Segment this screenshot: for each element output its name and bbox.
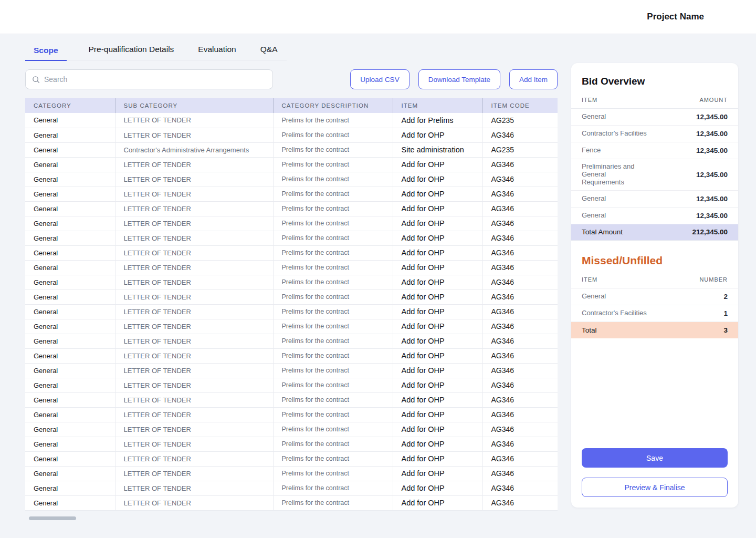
table-row[interactable]: General LETTER OF TENDER Prelims for the… bbox=[25, 304, 558, 319]
table-row[interactable]: General LETTER OF TENDER Prelims for the… bbox=[25, 157, 558, 172]
tab-scope[interactable]: Scope bbox=[25, 44, 67, 61]
bid-overview-row-item: General bbox=[582, 113, 606, 121]
save-button[interactable]: Save bbox=[582, 448, 728, 468]
cell-sub-category: LETTER OF TENDER bbox=[115, 275, 273, 289]
missed-total-number: 3 bbox=[723, 326, 728, 334]
cell-item: Add for OHP bbox=[393, 392, 482, 407]
cell-sub-category: LETTER OF TENDER bbox=[115, 245, 273, 260]
cell-item-code: AG346 bbox=[482, 304, 558, 319]
table-row[interactable]: General LETTER OF TENDER Prelims for the… bbox=[25, 201, 558, 216]
cell-item-code: AG346 bbox=[482, 172, 558, 187]
column-header-category: CATEGORY bbox=[25, 98, 115, 113]
cell-item: Add for OHP bbox=[393, 201, 482, 216]
cell-sub-category: LETTER OF TENDER bbox=[115, 128, 273, 142]
cell-item: Add for OHP bbox=[393, 363, 482, 378]
missed-col-number: NUMBER bbox=[699, 276, 728, 283]
tab-evaluation[interactable]: Evaluation bbox=[196, 43, 238, 60]
cell-sub-category: LETTER OF TENDER bbox=[115, 334, 273, 348]
preview-finalise-button[interactable]: Preview & Finalise bbox=[582, 478, 728, 497]
cell-item: Add for OHP bbox=[393, 334, 482, 348]
cell-sub-category: LETTER OF TENDER bbox=[115, 422, 273, 437]
cell-category: General bbox=[25, 422, 115, 437]
cell-category-description: Prelims for the contract bbox=[273, 187, 393, 201]
cell-item: Add for OHP bbox=[393, 128, 482, 142]
cell-category: General bbox=[25, 289, 115, 304]
table-row[interactable]: General LETTER OF TENDER Prelims for the… bbox=[25, 495, 558, 510]
cell-category: General bbox=[25, 304, 115, 319]
table-row[interactable]: General LETTER OF TENDER Prelims for the… bbox=[25, 275, 558, 289]
table-row[interactable]: General LETTER OF TENDER Prelims for the… bbox=[25, 128, 558, 142]
table-row[interactable]: General LETTER OF TENDER Prelims for the… bbox=[25, 348, 558, 363]
cell-item-code: AG346 bbox=[482, 392, 558, 407]
column-header-item: ITEM bbox=[393, 98, 482, 113]
missed-row-item: General bbox=[582, 293, 606, 301]
cell-category: General bbox=[25, 187, 115, 201]
table-row[interactable]: General Contractor's Administrative Arra… bbox=[25, 142, 558, 157]
cell-item: Add for OHP bbox=[393, 289, 482, 304]
table-row[interactable]: General LETTER OF TENDER Prelims for the… bbox=[25, 481, 558, 495]
search-input[interactable] bbox=[44, 75, 266, 84]
cell-category-description: Prelims for the contract bbox=[273, 407, 393, 422]
cell-category-description: Prelims for the contract bbox=[273, 289, 393, 304]
table-row[interactable]: General LETTER OF TENDER Prelims for the… bbox=[25, 289, 558, 304]
bid-overview-col-amount: AMOUNT bbox=[699, 97, 728, 103]
cell-category-description: Prelims for the contract bbox=[273, 260, 393, 275]
cell-item-code: AG235 bbox=[482, 142, 558, 157]
horizontal-scrollbar-thumb[interactable] bbox=[29, 516, 76, 520]
download-template-button[interactable]: Download Template bbox=[418, 69, 500, 89]
cell-category-description: Prelims for the contract bbox=[273, 231, 393, 245]
column-header-sub-category: SUB CATEGORY bbox=[115, 98, 273, 113]
table-row[interactable]: General LETTER OF TENDER Prelims for the… bbox=[25, 422, 558, 437]
cell-item: Add for OHP bbox=[393, 216, 482, 231]
bid-overview-row-amount: 12,345.00 bbox=[696, 195, 728, 203]
cell-category-description: Prelims for the contract bbox=[273, 495, 393, 510]
cell-item-code: AG346 bbox=[482, 128, 558, 142]
cell-category: General bbox=[25, 495, 115, 510]
cell-category-description: Prelims for the contract bbox=[273, 422, 393, 437]
cell-item-code: AG346 bbox=[482, 363, 558, 378]
table-row[interactable]: General LETTER OF TENDER Prelims for the… bbox=[25, 407, 558, 422]
table-row[interactable]: General LETTER OF TENDER Prelims for the… bbox=[25, 466, 558, 481]
table-row[interactable]: General LETTER OF TENDER Prelims for the… bbox=[25, 437, 558, 451]
cell-category: General bbox=[25, 392, 115, 407]
table-row[interactable]: General LETTER OF TENDER Prelims for the… bbox=[25, 319, 558, 334]
bid-overview-row-item: Contractor's Facilities bbox=[582, 130, 647, 138]
cell-category: General bbox=[25, 348, 115, 363]
search-icon bbox=[32, 76, 40, 84]
cell-item-code: AG235 bbox=[482, 113, 558, 128]
table-row[interactable]: General LETTER OF TENDER Prelims for the… bbox=[25, 378, 558, 392]
cell-category: General bbox=[25, 437, 115, 451]
cell-sub-category: LETTER OF TENDER bbox=[115, 113, 273, 128]
table-row[interactable]: General LETTER OF TENDER Prelims for the… bbox=[25, 231, 558, 245]
cell-category-description: Prelims for the contract bbox=[273, 142, 393, 157]
table-row[interactable]: General LETTER OF TENDER Prelims for the… bbox=[25, 216, 558, 231]
cell-item-code: AG346 bbox=[482, 275, 558, 289]
tab-qa[interactable]: Q&A bbox=[258, 43, 280, 60]
cell-item-code: AG346 bbox=[482, 187, 558, 201]
table-row[interactable]: General LETTER OF TENDER Prelims for the… bbox=[25, 392, 558, 407]
main-layout: Scope Pre-qualification Details Evaluati… bbox=[0, 34, 756, 520]
horizontal-scrollbar bbox=[29, 516, 517, 520]
table-row[interactable]: General LETTER OF TENDER Prelims for the… bbox=[25, 451, 558, 466]
cell-category-description: Prelims for the contract bbox=[273, 334, 393, 348]
tab-prequalification-details[interactable]: Pre-qualification Details bbox=[87, 43, 176, 60]
table-row[interactable]: General LETTER OF TENDER Prelims for the… bbox=[25, 363, 558, 378]
cell-category-description: Prelims for the contract bbox=[273, 481, 393, 495]
scope-section: Scope Pre-qualification Details Evaluati… bbox=[25, 34, 558, 520]
cell-category-description: Prelims for the contract bbox=[273, 216, 393, 231]
table-row[interactable]: General LETTER OF TENDER Prelims for the… bbox=[25, 260, 558, 275]
add-item-button[interactable]: Add Item bbox=[509, 69, 558, 89]
cell-category: General bbox=[25, 363, 115, 378]
table-row[interactable]: General LETTER OF TENDER Prelims for the… bbox=[25, 113, 558, 128]
upload-csv-button[interactable]: Upload CSV bbox=[350, 69, 409, 89]
cell-item: Add for OHP bbox=[393, 275, 482, 289]
cell-category: General bbox=[25, 245, 115, 260]
cell-item: Add for OHP bbox=[393, 231, 482, 245]
table-row[interactable]: General LETTER OF TENDER Prelims for the… bbox=[25, 245, 558, 260]
cell-item-code: AG346 bbox=[482, 348, 558, 363]
cell-sub-category: LETTER OF TENDER bbox=[115, 407, 273, 422]
table-row[interactable]: General LETTER OF TENDER Prelims for the… bbox=[25, 187, 558, 201]
table-row[interactable]: General LETTER OF TENDER Prelims for the… bbox=[25, 334, 558, 348]
tab-bar: Scope Pre-qualification Details Evaluati… bbox=[25, 43, 287, 60]
table-row[interactable]: General LETTER OF TENDER Prelims for the… bbox=[25, 172, 558, 187]
